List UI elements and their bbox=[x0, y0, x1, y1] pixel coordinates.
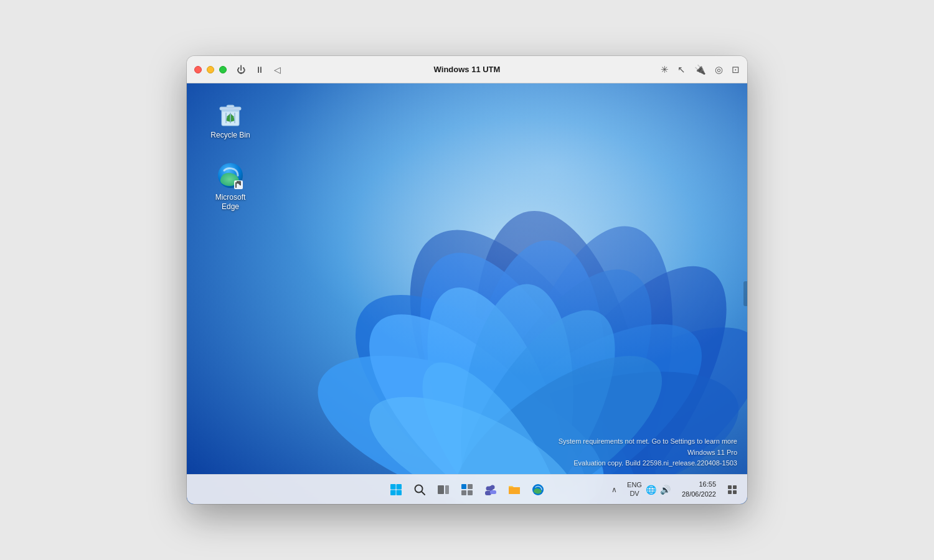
svg-rect-46 bbox=[490, 490, 496, 494]
file-explorer-button[interactable] bbox=[503, 478, 526, 501]
svg-rect-38 bbox=[445, 485, 449, 494]
overflow-button[interactable]: ∧ bbox=[609, 483, 620, 497]
svg-rect-24 bbox=[227, 105, 234, 108]
teams-button[interactable] bbox=[479, 478, 502, 501]
clock-date: 28/06/2022 bbox=[682, 490, 716, 499]
taskbar-center bbox=[385, 478, 549, 501]
svg-rect-41 bbox=[461, 490, 466, 495]
svg-point-16 bbox=[425, 287, 646, 504]
system-text-line2: Windows 11 Pro bbox=[559, 447, 737, 459]
edge-taskbar-button[interactable] bbox=[527, 478, 549, 501]
svg-rect-39 bbox=[461, 484, 466, 489]
minimize-button[interactable] bbox=[207, 66, 214, 73]
sys-icons-group[interactable]: ENG DV 🌐 🔊 bbox=[622, 478, 676, 500]
taskbar: ∧ ENG DV 🌐 🔊 16:55 28/06/2022 bbox=[187, 474, 747, 504]
brightness-icon[interactable]: ✳ bbox=[661, 64, 669, 75]
recycle-bin-icon[interactable]: Recycle Bin bbox=[205, 96, 255, 143]
pause-button[interactable]: ⏸ bbox=[255, 65, 264, 75]
svg-rect-40 bbox=[468, 484, 473, 489]
cursor-icon[interactable]: ↖ bbox=[677, 64, 686, 75]
lang-eng: ENG bbox=[627, 481, 642, 489]
svg-point-13 bbox=[336, 281, 623, 504]
back-button[interactable]: ◁ bbox=[274, 65, 281, 75]
titlebar: ⏻ ⏸ ◁ Windows 11 UTM ✳ ↖ 🔌 ◎ ⊡ bbox=[187, 56, 747, 83]
svg-line-36 bbox=[422, 492, 425, 495]
window-icon[interactable]: ⊡ bbox=[732, 64, 740, 75]
edge-label: Microsoft Edge bbox=[208, 193, 253, 212]
microsoft-edge-icon[interactable]: Microsoft Edge bbox=[205, 158, 255, 215]
titlebar-right-controls: ✳ ↖ 🔌 ◎ ⊡ bbox=[661, 64, 740, 75]
svg-rect-51 bbox=[733, 490, 737, 494]
vm-controls: ⏻ ⏸ ◁ bbox=[237, 65, 281, 75]
close-button[interactable] bbox=[194, 66, 202, 73]
widgets-button[interactable] bbox=[456, 478, 478, 501]
svg-rect-49 bbox=[733, 485, 737, 489]
clock-time: 16:55 bbox=[682, 480, 716, 489]
start-button[interactable] bbox=[385, 478, 407, 501]
window-title: Windows 11 UTM bbox=[434, 65, 501, 74]
volume-icon[interactable]: 🔊 bbox=[660, 485, 671, 495]
system-tray: ∧ ENG DV 🌐 🔊 16:55 28/06/2022 bbox=[609, 477, 742, 502]
svg-rect-31 bbox=[390, 484, 396, 490]
svg-rect-48 bbox=[728, 485, 732, 489]
system-text-line3: Evaluation copy. Build 22598.ni_release.… bbox=[559, 458, 737, 469]
system-watermark: System requirements not met. Go to Setti… bbox=[559, 436, 737, 469]
power-button[interactable]: ⏻ bbox=[237, 65, 245, 75]
svg-rect-37 bbox=[438, 485, 444, 494]
svg-point-10 bbox=[415, 287, 733, 504]
svg-rect-32 bbox=[397, 484, 402, 490]
lang-dv: DV bbox=[627, 490, 642, 498]
svg-rect-50 bbox=[728, 490, 732, 494]
desktop-icons: Recycle Bin bbox=[205, 96, 255, 215]
side-resize-handle[interactable] bbox=[743, 281, 747, 306]
utm-window: ⏻ ⏸ ◁ Windows 11 UTM ✳ ↖ 🔌 ◎ ⊡ bbox=[187, 56, 747, 504]
svg-rect-33 bbox=[390, 490, 396, 495]
recycle-bin-label: Recycle Bin bbox=[210, 131, 250, 141]
svg-rect-34 bbox=[397, 490, 402, 495]
traffic-lights bbox=[194, 66, 227, 73]
task-view-button[interactable] bbox=[432, 478, 455, 501]
vm-display[interactable]: Recycle Bin bbox=[187, 83, 747, 504]
svg-point-5 bbox=[455, 289, 747, 504]
recycle-bin-image bbox=[215, 98, 245, 128]
notification-center-button[interactable] bbox=[722, 478, 742, 501]
usb-icon[interactable]: 🔌 bbox=[694, 64, 706, 75]
svg-point-44 bbox=[486, 486, 491, 490]
maximize-button[interactable] bbox=[219, 66, 227, 73]
language-indicator[interactable]: ENG DV bbox=[627, 481, 642, 497]
system-text-line1: System requirements not met. Go to Setti… bbox=[559, 436, 737, 447]
svg-point-15 bbox=[450, 279, 583, 504]
target-icon[interactable]: ◎ bbox=[715, 64, 723, 75]
edge-image bbox=[215, 161, 245, 190]
search-button[interactable] bbox=[408, 478, 431, 501]
clock[interactable]: 16:55 28/06/2022 bbox=[678, 477, 720, 502]
svg-rect-42 bbox=[468, 490, 473, 495]
globe-icon[interactable]: 🌐 bbox=[646, 485, 656, 495]
